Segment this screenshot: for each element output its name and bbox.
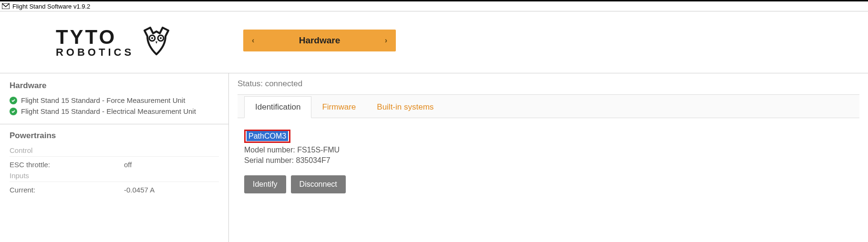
- divider: [0, 124, 228, 124]
- svg-point-4: [160, 37, 162, 39]
- hardware-item[interactable]: Flight Stand 15 Standard - Force Measure…: [10, 96, 219, 104]
- check-icon: [10, 97, 17, 104]
- esc-throttle-row: ESC throttle: off: [10, 161, 219, 169]
- window-titlebar: Flight Stand Software v1.9.2: [0, 0, 868, 11]
- tab-firmware[interactable]: Firmware: [311, 97, 366, 118]
- current-label: Current:: [10, 186, 124, 194]
- nav-next-button[interactable]: ›: [385, 36, 387, 45]
- section-nav: ‹ Hardware ›: [243, 30, 396, 51]
- button-row: Identify Disconnect: [244, 175, 853, 193]
- nav-section-label: Hardware: [299, 35, 341, 46]
- status-line: Status: connected: [238, 79, 859, 89]
- model-number-line: Model number: FS15S-FMU: [244, 146, 853, 154]
- inputs-subheading: Inputs: [10, 171, 219, 182]
- sidebar: Hardware Flight Stand 15 Standard - Forc…: [0, 73, 229, 242]
- disconnect-button[interactable]: Disconnect: [291, 175, 346, 193]
- hardware-heading: Hardware: [10, 81, 219, 91]
- hardware-item[interactable]: Flight Stand 15 Standard - Electrical Me…: [10, 107, 219, 115]
- serial-number-label: Serial number:: [244, 156, 296, 164]
- control-subheading: Control: [10, 146, 219, 157]
- path-label[interactable]: PathCOM3: [247, 131, 288, 141]
- hardware-item-label: Flight Stand 15 Standard - Electrical Me…: [21, 107, 196, 115]
- model-number-label: Model number:: [244, 146, 297, 154]
- esc-throttle-value: off: [124, 161, 132, 169]
- logo-text: TYTO ROBOTICS: [56, 27, 134, 58]
- owl-icon: [140, 27, 173, 58]
- powertrains-heading: Powertrains: [10, 131, 219, 141]
- current-value: -0.0457 A: [124, 186, 155, 194]
- check-icon: [10, 108, 17, 115]
- tab-strip: Identification Firmware Built-in systems: [238, 94, 859, 118]
- window-title: Flight Stand Software v1.9.2: [12, 3, 90, 10]
- serial-number-line: Serial number: 835034F7: [244, 156, 853, 165]
- identification-panel: PathCOM3 Model number: FS15S-FMU Serial …: [238, 118, 859, 205]
- app-icon: [2, 3, 10, 10]
- svg-point-3: [151, 37, 153, 39]
- logo: TYTO ROBOTICS: [0, 27, 229, 58]
- esc-throttle-label: ESC throttle:: [10, 161, 124, 169]
- current-row: Current: -0.0457 A: [10, 186, 219, 194]
- main-panel: Status: connected Identification Firmwar…: [229, 73, 868, 242]
- model-number-value: FS15S-FMU: [297, 146, 340, 154]
- identify-button[interactable]: Identify: [244, 175, 286, 193]
- nav-prev-button[interactable]: ‹: [252, 36, 254, 45]
- header: TYTO ROBOTICS ‹ Hardware ›: [0, 11, 868, 73]
- hardware-item-label: Flight Stand 15 Standard - Force Measure…: [21, 96, 185, 104]
- serial-number-value: 835034F7: [296, 156, 331, 164]
- path-highlight: PathCOM3: [244, 130, 290, 143]
- tab-identification[interactable]: Identification: [244, 96, 311, 118]
- tab-built-in-systems[interactable]: Built-in systems: [366, 97, 444, 118]
